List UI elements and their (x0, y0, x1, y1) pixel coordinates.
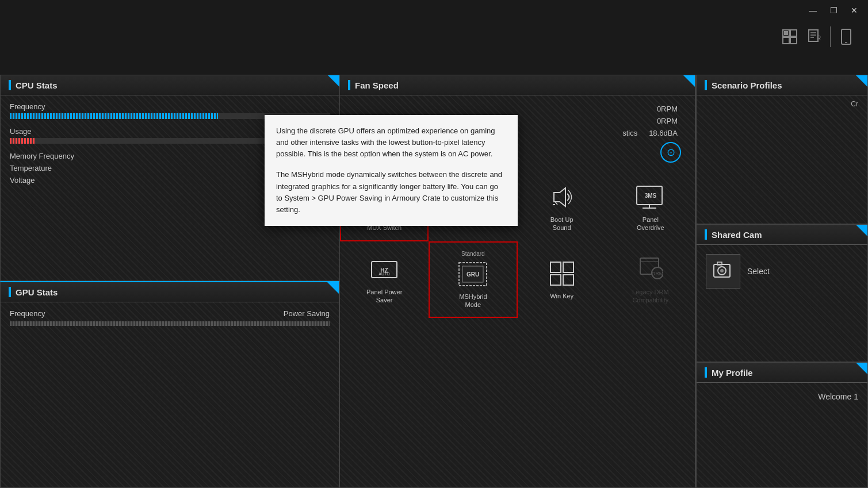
action-legacy-drm[interactable]: DRM Legacy DRMCompatibility (606, 241, 695, 318)
header-accent-bar-cam (705, 229, 707, 240)
gpu-stats-title: GPU Stats (16, 287, 58, 297)
mshybrid-mode-icon: GRU (458, 259, 488, 289)
my-profile-panel: My Profile Welcome 1 (696, 362, 868, 488)
close-button[interactable]: ✕ (845, 2, 863, 18)
minimize-button[interactable]: — (804, 2, 822, 18)
svg-rect-35 (563, 275, 573, 285)
tooltip-overlay: Using the discrete GPU offers an optimiz… (265, 115, 518, 226)
svg-rect-34 (550, 275, 561, 285)
bootup-sound-label: Boot UpSound (550, 216, 573, 232)
corner-decoration-cam (856, 225, 867, 236)
my-profile-title: My Profile (712, 368, 753, 378)
scenario-profiles-header: Scenario Profiles (697, 75, 867, 95)
voltage-label: Voltage (10, 176, 35, 185)
svg-rect-3 (790, 37, 797, 44)
welcome-label: Welcome 1 (818, 392, 858, 401)
gpu-stats-header: GPU Stats (1, 282, 339, 302)
fan-rpm-value-1: 0RPM (657, 105, 678, 113)
svg-rect-10 (842, 29, 851, 44)
panel-power-saver-label: Panel PowerSaver (366, 288, 402, 305)
win-key-label: Win Key (550, 292, 573, 300)
gpu-frequency-bar (10, 321, 330, 326)
svg-text:DRM: DRM (652, 271, 663, 276)
shared-cam-content: Select (697, 245, 867, 298)
gpu-frequency-label: Frequency (10, 309, 45, 318)
svg-marker-19 (554, 188, 565, 206)
header-accent-bar-gpu (9, 287, 11, 297)
header-accent-bar-scenario (705, 80, 707, 90)
shared-cam-title: Shared Cam (712, 230, 762, 240)
memory-freq-label: Memory Frequency (10, 152, 74, 160)
titlebar: — ❐ ✕ (799, 0, 868, 21)
fan-speed-header: Fan Speed (340, 75, 695, 95)
svg-rect-43 (717, 262, 722, 265)
header-accent-bar-profile (705, 367, 707, 378)
svg-rect-1 (790, 30, 797, 36)
bootup-sound-icon (547, 182, 577, 212)
gpu-frequency-value: Power Saving (284, 309, 330, 318)
gpu-bar-fill (10, 321, 330, 326)
cpu-stats-header: CPU Stats (1, 75, 339, 95)
tooltip-line1: Using the discrete GPU offers an optimiz… (276, 125, 506, 160)
panel-overdrive-icon: 3MS (636, 182, 666, 212)
toolbar-separator (830, 26, 831, 47)
legacy-drm-label: Legacy DRMCompatibility (632, 288, 669, 305)
svg-rect-2 (783, 37, 789, 44)
action-panel-overdrive[interactable]: 3MS PanelOverdrive (606, 173, 695, 241)
fan-speed-title: Fan Speed (355, 80, 399, 90)
my-profile-header: My Profile (697, 363, 867, 383)
scenario-content: Cr (697, 95, 867, 113)
fan-acoustics: stics 18.6dBA (622, 129, 678, 137)
gpu-stats-content: Frequency Power Saving (1, 302, 339, 335)
toolbar: R (774, 23, 862, 51)
gpu-stats-panel: GPU Stats Frequency Power Saving (0, 281, 339, 488)
cpu-stats-title: CPU Stats (16, 80, 58, 90)
report-icon[interactable]: R (805, 26, 825, 47)
camera-icon[interactable] (706, 254, 740, 289)
standard-label: Standard (461, 251, 485, 257)
fan-control-button[interactable]: ⊙ (660, 142, 681, 163)
svg-rect-33 (563, 262, 573, 272)
mobile-icon[interactable] (836, 26, 856, 47)
action-bootup-sound[interactable]: Boot UpSound (518, 173, 606, 241)
svg-text:AUTO: AUTO (378, 272, 390, 276)
header-accent-bar-fan (348, 80, 350, 90)
action-mshybrid-mode[interactable]: Standard GRU MSHybridMode (429, 241, 517, 318)
grid-icon[interactable] (779, 26, 800, 47)
svg-text:GRU: GRU (466, 271, 479, 278)
corner-decoration-profile (856, 363, 867, 374)
corner-decoration-gpu (327, 282, 339, 294)
scenario-profiles-panel: Scenario Profiles Cr (696, 75, 868, 224)
fan-rpm-2: 0RPM (657, 117, 678, 125)
usage-bar-fill (10, 138, 36, 144)
gpu-frequency-row: Frequency Power Saving (10, 309, 330, 318)
action-win-key[interactable]: Win Key (518, 241, 606, 318)
panel-power-saver-icon: HZ AUTO (369, 255, 399, 285)
panel-overdrive-label: PanelOverdrive (637, 216, 664, 232)
svg-rect-32 (550, 262, 561, 272)
shared-cam-panel: Shared Cam Select (696, 224, 868, 362)
svg-text:3MS: 3MS (645, 193, 657, 199)
cam-select-label: Select (747, 267, 770, 276)
shared-cam-header: Shared Cam (697, 225, 867, 245)
fan-rpm-value-2: 0RPM (657, 117, 678, 125)
header-accent-bar (9, 80, 11, 90)
frequency-label: Frequency (10, 102, 330, 111)
scenario-profiles-title: Scenario Profiles (712, 80, 782, 90)
svg-text:R: R (817, 35, 821, 41)
action-panel-power-saver[interactable]: HZ AUTO Panel PowerSaver (340, 241, 429, 318)
legacy-drm-icon: DRM (636, 255, 666, 285)
fan-acoustics-value: 18.6dBA (649, 129, 678, 137)
fan-rpm-1: 0RPM (657, 105, 678, 113)
fan-acoustics-label: stics (622, 129, 637, 137)
mshybrid-mode-label: MSHybridMode (459, 293, 487, 309)
right-column: Scenario Profiles Cr Shared Cam (695, 75, 868, 488)
scenario-label: Cr (851, 100, 858, 108)
frequency-bar-fill (10, 113, 218, 119)
corner-decoration-scenario (856, 75, 867, 87)
tooltip-line2: The MSHybrid mode dynamically switches b… (276, 169, 506, 216)
profile-content: Welcome 1 (697, 383, 867, 410)
maximize-button[interactable]: ❐ (824, 2, 843, 18)
temperature-label: Temperature (10, 164, 52, 172)
corner-decoration (328, 75, 339, 87)
